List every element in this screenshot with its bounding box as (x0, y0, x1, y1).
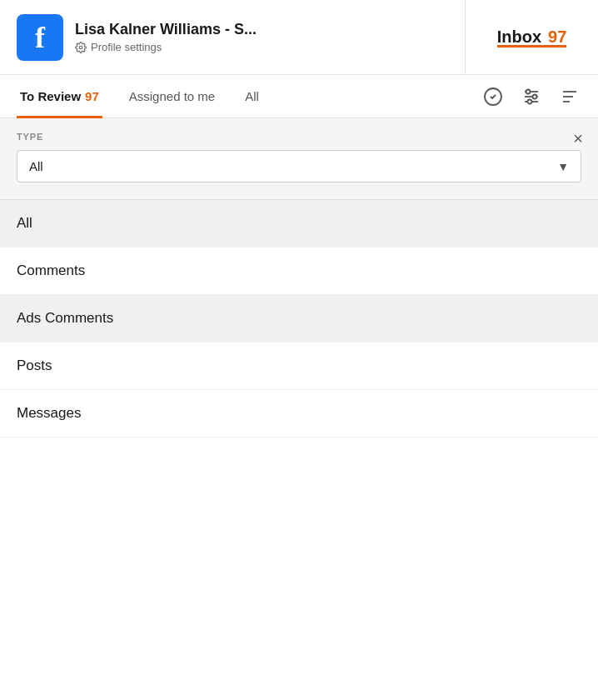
facebook-logo: f (17, 14, 63, 61)
tab-to-review-label: To Review (20, 89, 81, 103)
dropdown-item-comments-label: Comments (17, 262, 85, 278)
sliders-icon[interactable] (520, 85, 543, 108)
tabs-bar: To Review97 Assigned to me All (0, 75, 598, 118)
dropdown-item-ads-comments-label: Ads Comments (17, 310, 113, 326)
dropdown-item-all[interactable]: All (0, 200, 598, 248)
check-circle-icon[interactable] (481, 85, 505, 108)
filter-type-label: TYPE (17, 132, 581, 142)
inbox-label: Inbox (497, 28, 541, 46)
tab-assigned-to-me-label: Assigned to me (129, 89, 215, 103)
filter-close-button[interactable]: × (573, 130, 583, 147)
dropdown-item-comments[interactable]: Comments (0, 248, 598, 295)
svg-point-5 (526, 89, 531, 93)
sort-icon[interactable] (558, 85, 581, 108)
gear-icon (75, 42, 87, 53)
app-header: f Lisa Kalner Williams - S... Profile se… (0, 0, 598, 75)
inbox-count: 97 (548, 28, 566, 46)
inbox-section[interactable]: Inbox97 (465, 0, 598, 75)
inbox-underline (497, 45, 567, 48)
tab-assigned-to-me[interactable]: Assigned to me (126, 75, 218, 118)
profile-settings-row[interactable]: Profile settings (75, 41, 257, 53)
account-name: Lisa Kalner Williams - S... (75, 21, 257, 38)
account-info: Lisa Kalner Williams - S... Profile sett… (75, 21, 257, 53)
tabs-icons (481, 85, 581, 108)
svg-point-6 (533, 94, 537, 98)
tab-to-review[interactable]: To Review97 (17, 75, 102, 118)
type-select[interactable]: All ▼ (17, 150, 581, 182)
type-select-value: All (29, 159, 43, 173)
dropdown-item-posts[interactable]: Posts (0, 342, 598, 390)
fb-logo-letter: f (35, 22, 45, 52)
dropdown-item-all-label: All (17, 215, 32, 231)
dropdown-item-posts-label: Posts (17, 358, 52, 373)
dropdown-item-ads-comments[interactable]: Ads Comments (0, 295, 598, 342)
account-section: f Lisa Kalner Williams - S... Profile se… (0, 14, 465, 61)
tab-all-label: All (245, 89, 259, 103)
dropdown-item-messages-label: Messages (17, 405, 81, 421)
svg-point-7 (528, 99, 532, 103)
tab-all[interactable]: All (242, 75, 262, 118)
chevron-down-icon: ▼ (557, 160, 569, 173)
dropdown-item-messages[interactable]: Messages (0, 390, 598, 438)
inbox-wrapper: Inbox97 (497, 28, 567, 47)
tab-to-review-count: 97 (85, 89, 99, 103)
svg-point-0 (79, 46, 82, 49)
profile-settings-label[interactable]: Profile settings (91, 41, 162, 53)
filter-panel: TYPE × All ▼ (0, 118, 598, 200)
dropdown-list: All Comments Ads Comments Posts Messages (0, 200, 598, 438)
